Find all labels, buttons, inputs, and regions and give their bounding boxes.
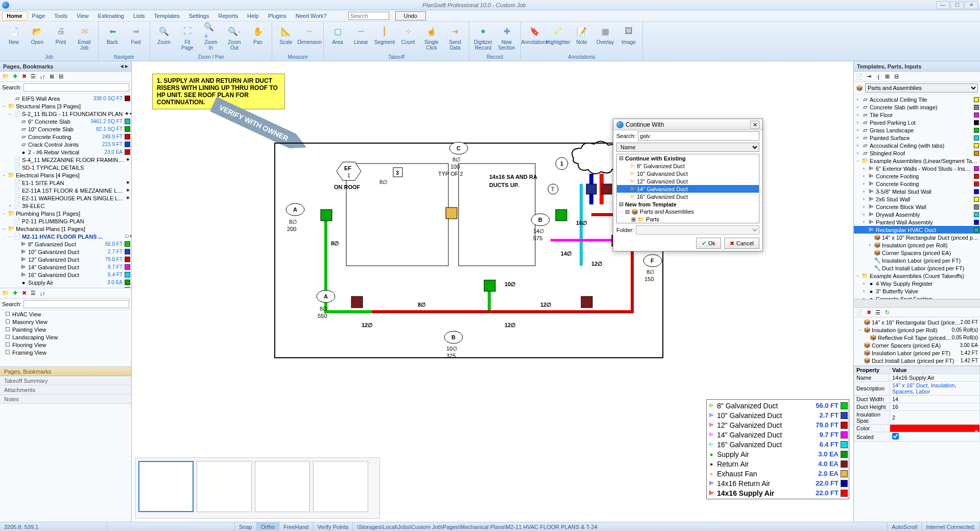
maximize-button[interactable]: ☐ — [950, 1, 964, 9]
verify-toggle[interactable]: Verify Points — [313, 522, 353, 531]
open-button[interactable]: 📂Open — [27, 22, 48, 45]
segment-button[interactable]: ┃Segment — [374, 22, 395, 45]
tree-item[interactable]: −📁Plumbing Plans [1 Pages] — [0, 210, 131, 217]
tree-item[interactable]: ⊫16" Galvanized Duct6.4 FT — [0, 271, 131, 279]
dialog-item[interactable]: ⊫12" Galvanized Duct — [617, 177, 759, 185]
newsection-button[interactable]: ✚New Section — [496, 22, 517, 51]
tree-item[interactable]: +⊫Concrete Footing — [854, 172, 980, 180]
tree-item[interactable]: 📄SD-1 TYPICAL DETAILS — [0, 164, 131, 171]
dialog-search-input[interactable] — [638, 131, 759, 141]
views-toolbar[interactable]: 📁 ✚ ✖ ☰ ↓↑ — [0, 288, 131, 298]
view-item[interactable]: ☐Masonry View — [0, 318, 131, 326]
tree-item[interactable]: +📦Insulation (priced per Roll) — [854, 241, 980, 249]
tree-item[interactable]: ●Supply Air3.0 EA — [0, 279, 131, 286]
tree-item[interactable]: ▱6" Concrete Slab3461.2 SQ FT — [0, 118, 131, 125]
view-item[interactable]: ☐Landscaping View — [0, 333, 131, 341]
tree-item[interactable]: +⊫Concrete Block Wall — [854, 203, 980, 211]
tree-item[interactable]: +▱Tile Floor — [854, 111, 980, 119]
props-icon[interactable]: ☰ — [30, 73, 37, 80]
freehand-toggle[interactable]: FreeHand — [279, 522, 313, 531]
tree-item[interactable]: 📄E1-1 SITE PLAN✚ — [0, 179, 131, 187]
fwd-button[interactable]: ➡Fwd — [125, 22, 147, 45]
send-button[interactable]: ➜Send Data — [444, 22, 466, 51]
tree-item[interactable]: ⊫12" Galvanized Duct79.0 FT — [0, 256, 131, 263]
mini-item[interactable]: −📦Insulation (priced per Roll)0.05 Roll(… — [854, 326, 980, 334]
thumb-1[interactable] — [138, 461, 194, 512]
menu-settings[interactable]: Settings — [185, 12, 213, 20]
pages-toolbar[interactable]: 📁 ✚ ✖ ☰ ↓↑ ⊞ ⊟ — [0, 72, 131, 82]
tree-item[interactable]: +▱Shingled Roof — [854, 149, 980, 157]
tree-item[interactable]: +▱Painted Surface — [854, 134, 980, 142]
close-button[interactable]: ✕ — [965, 1, 978, 9]
tree-item[interactable]: +⊫6" Exterior Walls - Wood Studs - Insul… — [854, 165, 980, 172]
overlay-button[interactable]: ▦Overlay — [594, 22, 616, 45]
scale-button[interactable]: 📐Scale — [275, 22, 297, 45]
mini-item[interactable]: 📦14" x 16" Rectangular Duct (priced per … — [854, 318, 980, 326]
tree-item[interactable]: +▱Accoustical Ceiling (with tabs) — [854, 142, 980, 149]
fitpage-button[interactable]: ⛶Fit Page — [177, 22, 198, 51]
dialog-close-button[interactable]: ✕ — [750, 121, 759, 129]
add-icon[interactable]: ✚ — [11, 73, 18, 80]
view-item[interactable]: ☐Flooring View — [0, 341, 131, 349]
left-tabs[interactable]: Pages, BookmarksTakeoff SummaryAttachmen… — [0, 366, 131, 404]
sort-icon[interactable]: ↓↑ — [39, 290, 46, 297]
views-search-input[interactable] — [23, 300, 129, 308]
add-icon[interactable]: ✚ — [11, 290, 18, 297]
tab-pages-bookmarks[interactable]: Pages, Bookmarks — [0, 367, 131, 376]
menu-help[interactable]: Help — [243, 12, 263, 20]
menu-view[interactable]: View — [73, 12, 93, 20]
property-table[interactable]: PropertyValueName14x16 Supply AirDescrip… — [854, 365, 980, 442]
single-button[interactable]: ☝Single Click — [421, 22, 442, 51]
tree-item[interactable]: −📁Electrical Plans [4 Pages] — [0, 171, 131, 179]
tree-item[interactable]: 📄P2-11 PLUMBING PLAN — [0, 217, 131, 225]
tree-item[interactable]: 🔧Duct Install Labor (priced per FT) — [854, 264, 980, 272]
dialog-cancel-button[interactable]: ✖Cancel — [724, 238, 759, 249]
mini-tree[interactable]: 📦14" x 16" Rectangular Duct (priced per … — [854, 317, 980, 365]
tree-item[interactable]: 📦Corner Spacers (priced EA) — [854, 249, 980, 257]
dialog-item[interactable]: ⊫14" Galvanized Duct — [617, 185, 759, 193]
area-button[interactable]: ▢Area — [327, 22, 348, 45]
tree-item[interactable]: +●3" Butterfly Valve — [854, 287, 980, 295]
menu-home[interactable]: Home — [2, 11, 27, 20]
image-button[interactable]: 🖼Image — [618, 22, 639, 45]
tree-item[interactable]: −⊫Rectangular HVAC Duct — [854, 226, 980, 234]
tree-item[interactable]: −📄S-2_11 BLDG - 11 FOUNDATION PLAN✚ ▾ — [0, 110, 131, 118]
tree-item[interactable]: +▱Accoustical Ceiling Tile — [854, 96, 980, 103]
highlighter-button[interactable]: 🖍Highlighter — [547, 22, 569, 45]
dialog-ok-button[interactable]: ✔Ok — [696, 238, 721, 249]
refresh-icon[interactable]: ↻ — [883, 309, 891, 316]
view-item[interactable]: ☐HVAC View — [0, 310, 131, 318]
tree-item[interactable]: −📁Structural Plans [3 Pages] — [0, 102, 131, 110]
tree-item[interactable]: +●Concrete Spot Footing — [854, 295, 980, 299]
prop-value[interactable] — [890, 425, 980, 432]
props-icon[interactable]: ☰ — [30, 290, 37, 297]
templates-tree[interactable]: +▱Accoustical Ceiling Tile+▱Concrete Sla… — [854, 95, 980, 299]
digitizer-button[interactable]: ●Digitizer Record — [472, 22, 494, 51]
linear-button[interactable]: ─Linear — [350, 22, 372, 45]
minimize-button[interactable]: — — [936, 1, 949, 9]
new-icon[interactable]: 📄 — [856, 73, 863, 80]
dialog-item[interactable]: ⊫8" Galvanized Duct — [617, 162, 759, 170]
menu-tools[interactable]: Tools — [50, 12, 71, 20]
tree-item[interactable]: 📄S-4_11 MEZZANINE FLOOR FRAMING - BLDG 1… — [0, 156, 131, 164]
new-button[interactable]: 📄New — [3, 22, 25, 45]
thumb-2[interactable] — [197, 461, 252, 512]
tree-item[interactable]: +📄39-ELEC — [0, 202, 131, 210]
tree-item[interactable]: ●2 - #6 Rebar Vertical23.0 EA — [0, 148, 131, 156]
back-button[interactable]: ⬅Back — [102, 22, 123, 45]
drawing-canvas[interactable]: 1. SUPPLY AIR AND RETURN AIR DUCT RISERS… — [132, 61, 853, 522]
refresh-icon[interactable]: ↓↑ — [39, 73, 46, 80]
mini-item[interactable]: 📦Reflective Foil Tape (priced per Roll)0… — [854, 334, 980, 341]
prop-value[interactable]: 14x16 Supply Air — [890, 374, 980, 382]
tree-item[interactable]: −📁Mechanical Plans [1 Pages] — [0, 225, 131, 233]
mini-item[interactable]: 📦Insulation Labor (priced per FT)1.42 FT — [854, 349, 980, 357]
tree-item[interactable]: +▱Concrete Slab (with image) — [854, 103, 980, 111]
zoom-button[interactable]: 🔍Zoom — [153, 22, 175, 45]
count-button[interactable]: ⁘Count — [397, 22, 419, 45]
mini-item[interactable]: 📦Duct Install Labor (priced per FT)1.42 … — [854, 357, 980, 364]
prop-value[interactable]: 2 — [890, 411, 980, 425]
dialog-list[interactable]: ⊟Continue with Existing⊫8" Galvanized Du… — [616, 154, 759, 223]
link-icon[interactable]: ⇥ — [865, 73, 872, 80]
zoomout-button[interactable]: 🔍-Zoom Out — [224, 22, 245, 51]
scaled-checkbox[interactable] — [892, 433, 899, 440]
